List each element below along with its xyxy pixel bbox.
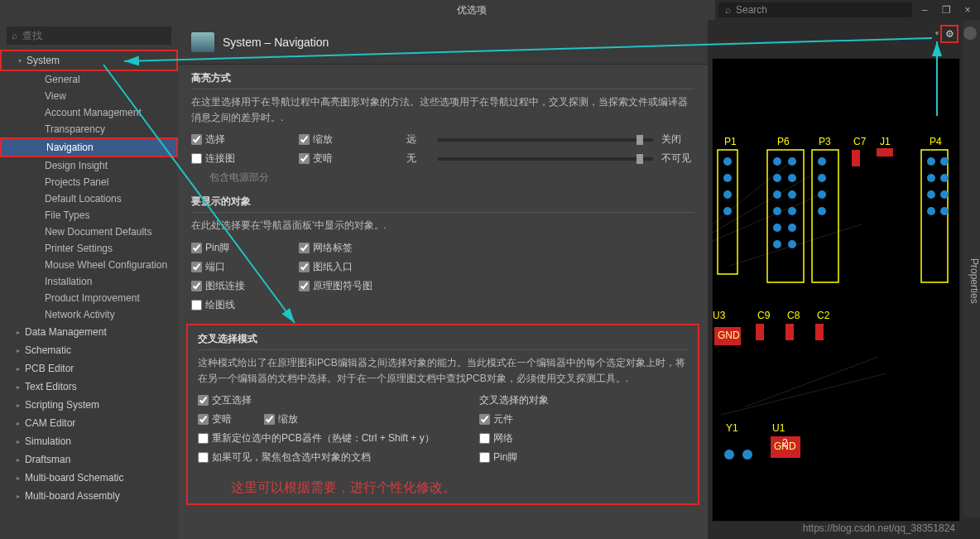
sidebar-item[interactable]: Transparency <box>0 121 178 137</box>
section-description: 这种模式给出了在原理图和PCB编辑器之间选择对象的能力。当此模式在一个编辑器中的… <box>198 355 688 387</box>
target-subtitle: 交叉选择的对象 <box>479 393 549 407</box>
svg-point-44 <box>940 157 949 166</box>
panel-icon <box>191 32 214 52</box>
netlabel-checkbox[interactable]: 网络标签 <box>299 241 406 255</box>
svg-point-26 <box>723 207 732 215</box>
zoom-checkbox[interactable]: 缩放 <box>299 132 406 147</box>
section-title: 交叉选择模式 <box>198 332 688 350</box>
cross-pin-checkbox[interactable]: Pin脚 <box>479 450 587 464</box>
interact-checkbox[interactable]: 交互选择 <box>198 393 479 407</box>
sidebar-item[interactable]: New Document Defaults <box>0 224 178 240</box>
dim-slider[interactable] <box>438 157 653 161</box>
svg-point-42 <box>818 207 826 215</box>
search-input[interactable] <box>22 30 166 41</box>
section-title: 要显示的对象 <box>191 195 694 213</box>
drawline-checkbox[interactable]: 绘图线 <box>191 298 299 312</box>
sidebar-category[interactable]: Draftsman <box>0 450 178 469</box>
svg-text:C2: C2 <box>817 310 830 321</box>
sch-sym-checkbox[interactable]: 原理图符号图 <box>299 279 406 293</box>
preferences-content: System – Navigation 高亮方式 在这里选择用于在导航过程中高亮… <box>178 20 708 539</box>
focus-checkbox[interactable]: 如果可见，聚焦包含选中对象的文档 <box>198 450 479 464</box>
conn-checkbox[interactable]: 连接图 <box>191 152 299 166</box>
highlight-section: 高亮方式 在这里选择用于在导航过程中高亮图形对象的方法。这些选项用于在导航过程中… <box>178 65 708 188</box>
dim-checkbox[interactable]: 变暗 <box>299 152 406 166</box>
maximize-button[interactable]: ❐ <box>937 2 955 18</box>
sheet-entry-checkbox[interactable]: 图纸入口 <box>299 260 406 274</box>
sidebar-item[interactable]: Navigation <box>0 137 178 157</box>
svg-text:C8: C8 <box>787 310 800 321</box>
sidebar-item[interactable]: File Types <box>0 207 178 224</box>
minimize-button[interactable]: – <box>915 2 934 18</box>
global-search[interactable]: ⌕ Search <box>718 2 912 17</box>
sidebar-item[interactable]: View <box>0 88 178 104</box>
svg-text:J1: J1 <box>880 136 891 147</box>
sidebar-category[interactable]: Multi-board Assembly <box>0 487 178 505</box>
cross-dim-checkbox[interactable]: 变暗 <box>198 412 264 426</box>
chevron-down-icon: ▼ <box>934 30 940 37</box>
window-close-button[interactable]: × <box>958 2 977 18</box>
include-power-note: 包含电源部分 <box>209 171 694 185</box>
annotation-note: 这里可以根据需要，进行个性化修改。 <box>231 479 688 497</box>
sidebar-item[interactable]: Mouse Wheel Configuration <box>0 257 178 273</box>
svg-text:P1: P1 <box>724 136 737 147</box>
svg-rect-53 <box>852 150 860 166</box>
sidebar-item[interactable]: Printer Settings <box>0 240 178 257</box>
preferences-sidebar: ⌕ SystemGeneralViewAccount ManagementTra… <box>0 20 178 539</box>
section-description: 在这里选择用于在导航过程中高亮图形对象的方法。这些选项用于在导航过程中，交叉探测… <box>191 94 694 126</box>
sidebar-item[interactable]: Network Activity <box>0 306 178 323</box>
properties-tab[interactable]: Properties <box>963 20 980 517</box>
comp-checkbox[interactable]: 元件 <box>479 412 587 426</box>
reloc-checkbox[interactable]: 重新定位选中的PCB器件（热键：Ctrl + Shift + y） <box>198 431 479 445</box>
pin-checkbox[interactable]: Pin脚 <box>191 241 299 255</box>
svg-text:Y1: Y1 <box>726 422 738 434</box>
svg-text:C7: C7 <box>853 136 867 147</box>
svg-point-45 <box>927 174 935 182</box>
search-icon: ⌕ <box>725 4 731 16</box>
svg-point-39 <box>818 157 826 166</box>
sidebar-category[interactable]: Text Editors <box>0 378 178 396</box>
select-checkbox[interactable]: 选择 <box>191 132 299 147</box>
search-icon: ⌕ <box>12 30 17 41</box>
svg-text:C9: C9 <box>757 310 771 321</box>
sheet-conn-checkbox[interactable]: 图纸连接 <box>191 279 299 293</box>
preferences-gear-button[interactable]: ⚙ <box>940 25 958 43</box>
slider-label-far: 远 <box>406 132 430 147</box>
svg-point-52 <box>742 450 752 460</box>
svg-point-36 <box>788 224 796 232</box>
cross-zoom-checkbox[interactable]: 缩放 <box>264 412 479 426</box>
svg-point-38 <box>788 240 796 248</box>
pcb-editor-view[interactable]: P1P6P3 C7J1P4 U3C9C8C2 Y1U1 GND GND 2 <box>712 58 960 522</box>
sidebar-item[interactable]: Design Insight <box>0 157 178 174</box>
sidebar-item[interactable]: Default Locations <box>0 190 178 207</box>
sidebar-category[interactable]: CAM Editor <box>0 414 178 432</box>
svg-point-46 <box>940 174 949 182</box>
slider-label-invisible: 不可见 <box>661 152 691 166</box>
sidebar-category[interactable]: Data Management <box>0 323 178 341</box>
svg-point-50 <box>940 207 949 215</box>
svg-point-27 <box>773 157 781 166</box>
sidebar-item[interactable]: General <box>0 71 178 88</box>
sidebar-category[interactable]: Scripting System <box>0 396 178 414</box>
section-description: 在此处选择要在'导航器面板'中显示的对象。. <box>191 218 694 233</box>
sidebar-category[interactable]: Simulation <box>0 432 178 450</box>
sidebar-category[interactable]: Schematic <box>0 341 178 359</box>
sidebar-search[interactable]: ⌕ <box>7 26 171 45</box>
search-placeholder: Search <box>736 4 767 16</box>
sidebar-category[interactable]: System <box>0 50 178 71</box>
svg-point-41 <box>818 190 826 199</box>
sidebar-item[interactable]: Product Improvement <box>0 290 178 306</box>
svg-point-30 <box>788 174 796 182</box>
sidebar-item[interactable]: Projects Panel <box>0 174 178 190</box>
sidebar-item[interactable]: Account Management <box>0 104 178 121</box>
sidebar-category[interactable]: PCB Editor <box>0 359 178 378</box>
net-checkbox[interactable]: 网络 <box>479 431 587 445</box>
svg-point-43 <box>927 157 935 166</box>
slider-label-none: 无 <box>406 152 430 166</box>
sidebar-category[interactable]: Multi-board Schematic <box>0 469 178 487</box>
user-avatar[interactable] <box>963 26 977 40</box>
port-checkbox[interactable]: 端口 <box>191 260 299 274</box>
panel-title: System – Navigation <box>223 36 329 49</box>
sidebar-item[interactable]: Installation <box>0 273 178 290</box>
zoom-slider[interactable] <box>438 138 653 142</box>
svg-point-29 <box>773 174 781 182</box>
